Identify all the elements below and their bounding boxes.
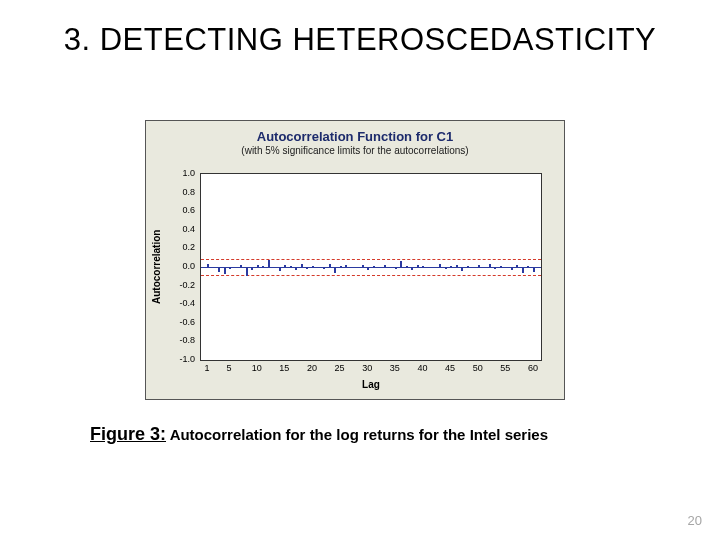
acf-bar: [384, 265, 386, 267]
y-tick: 0.4: [182, 224, 198, 234]
y-tick: 1.0: [182, 168, 198, 178]
y-tick: 0.8: [182, 187, 198, 197]
x-tick: 50: [473, 363, 483, 373]
caption-lead: Figure 3:: [90, 424, 166, 444]
x-axis-label: Lag: [200, 379, 542, 390]
chart-subtitle: (with 5% significance limits for the aut…: [146, 145, 564, 156]
acf-bar: [511, 267, 513, 270]
plot-area: [200, 173, 542, 361]
acf-bar: [527, 266, 529, 267]
acf-bar: [257, 265, 259, 267]
chart-title: Autocorrelation Function for C1: [146, 129, 564, 144]
y-tick: -1.0: [179, 354, 198, 364]
acf-bar: [362, 265, 364, 267]
acf-bar: [340, 266, 342, 267]
acf-bar: [489, 264, 491, 267]
acf-bar: [422, 266, 424, 267]
x-tick: 40: [417, 363, 427, 373]
acf-bar: [417, 265, 419, 267]
acf-bar: [406, 266, 408, 267]
x-tick: 30: [362, 363, 372, 373]
acf-bar: [356, 267, 358, 268]
acf-bar: [224, 267, 226, 274]
acf-bar: [522, 267, 524, 273]
x-tick: 60: [528, 363, 538, 373]
acf-bar: [229, 267, 231, 269]
x-tick: 25: [335, 363, 345, 373]
acf-bar: [351, 267, 353, 268]
x-tick: 35: [390, 363, 400, 373]
acf-bar: [318, 267, 320, 268]
acf-bar: [395, 267, 397, 269]
slide: 3. DETECTING HETEROSCEDASTICITY Autocorr…: [0, 0, 720, 540]
x-tick: 10: [252, 363, 262, 373]
acf-bar: [373, 266, 375, 267]
acf-bar: [389, 267, 391, 268]
acf-bar: [478, 265, 480, 267]
y-tick: -0.2: [179, 280, 198, 290]
acf-bar: [251, 267, 253, 270]
acf-bar: [295, 267, 297, 270]
y-tick: -0.4: [179, 298, 198, 308]
acf-bar: [450, 266, 452, 267]
acf-bar: [268, 260, 270, 267]
acf-bar: [345, 265, 347, 267]
y-tick: -0.8: [179, 335, 198, 345]
acf-bar: [213, 267, 215, 268]
x-tick: 45: [445, 363, 455, 373]
slide-heading: 3. DETECTING HETEROSCEDASTICITY: [0, 22, 720, 58]
acf-bar: [456, 265, 458, 267]
y-tick: -0.6: [179, 317, 198, 327]
acf-bar: [505, 267, 507, 268]
acf-bar: [367, 267, 369, 270]
acf-bar: [218, 267, 220, 272]
acf-bar: [301, 264, 303, 267]
acf-bar: [262, 266, 264, 267]
acf-bar: [378, 267, 380, 268]
page-number: 20: [688, 513, 702, 528]
x-tick: 1: [204, 363, 209, 373]
acf-bar: [467, 266, 469, 267]
acf-bar: [235, 267, 237, 268]
acf-bar: [312, 266, 314, 267]
acf-bar: [494, 267, 496, 269]
acf-bar: [290, 266, 292, 267]
x-tick: 5: [227, 363, 232, 373]
acf-bar: [400, 261, 402, 267]
acf-bar: [445, 267, 447, 269]
x-tick: 55: [500, 363, 510, 373]
acf-bar: [207, 264, 209, 267]
y-tick: 0.6: [182, 205, 198, 215]
acf-bar: [306, 267, 308, 269]
acf-bar: [461, 267, 463, 271]
x-tick: 20: [307, 363, 317, 373]
y-axis-label: Autocorrelation: [150, 173, 162, 361]
significance-line: [201, 275, 541, 276]
acf-bar: [533, 267, 535, 272]
acf-bar: [329, 264, 331, 267]
acf-bar: [279, 267, 281, 271]
acf-bar: [284, 265, 286, 267]
acf-bar: [323, 267, 325, 269]
caption-rest: Autocorrelation for the log returns for …: [166, 426, 548, 443]
significance-line: [201, 259, 541, 260]
acf-bar: [240, 265, 242, 267]
acf-bar: [500, 266, 502, 267]
y-tick: 0.0: [182, 261, 198, 271]
acf-bar: [434, 267, 436, 268]
acf-bar: [428, 267, 430, 268]
acf-bar: [439, 264, 441, 267]
chart-frame: Autocorrelation Function for C1 (with 5%…: [145, 120, 565, 400]
acf-bar: [411, 267, 413, 270]
x-tick: 15: [279, 363, 289, 373]
y-tick: 0.2: [182, 242, 198, 252]
acf-bar: [516, 265, 518, 267]
acf-bar: [334, 267, 336, 273]
acf-bar: [472, 267, 474, 268]
acf-bar: [483, 267, 485, 268]
figure-caption: Figure 3: Autocorrelation for the log re…: [90, 424, 650, 445]
acf-bar: [273, 267, 275, 268]
acf-bar: [246, 267, 248, 276]
